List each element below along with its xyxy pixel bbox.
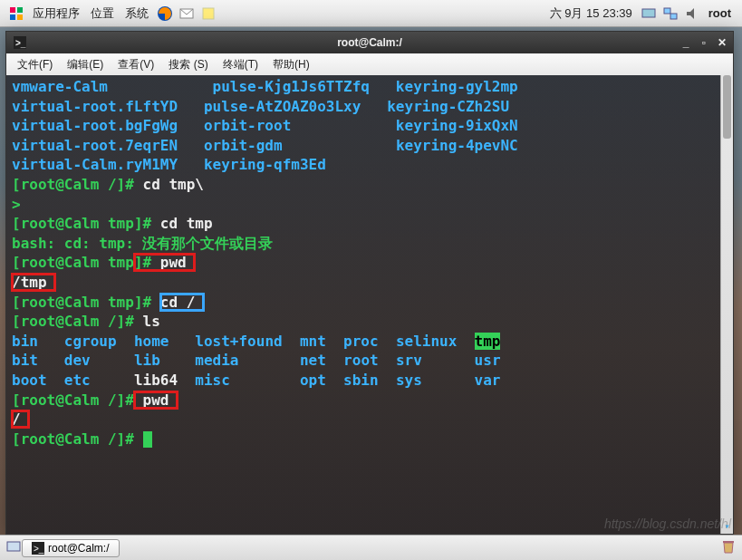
menu-help[interactable]: 帮助(H) xyxy=(265,57,317,72)
scrollbar-thumb[interactable] xyxy=(723,75,731,139)
error-output: bash: cd: tmp: 没有那个文件或目录 xyxy=(12,235,274,252)
svg-rect-3 xyxy=(17,14,23,20)
svg-text:>_: >_ xyxy=(34,544,44,554)
ls-entry: pulse-Kjg1Js6TTZfq xyxy=(213,78,370,95)
menu-system[interactable]: 系统 xyxy=(120,5,154,22)
ls-entry: pulse-AtZOAZ0o3Lxy xyxy=(204,98,361,115)
show-desktop-icon[interactable] xyxy=(5,538,22,557)
ls-entry: keyring-qfm3Ed xyxy=(204,156,326,173)
svg-rect-0 xyxy=(10,7,15,13)
menu-places[interactable]: 位置 xyxy=(85,5,120,22)
clock[interactable]: 六 9月 15 23:39 xyxy=(544,5,638,22)
svg-rect-2 xyxy=(10,14,15,20)
maximize-button[interactable]: ▫ xyxy=(699,36,709,49)
ls-entry: keyring-4pevNC xyxy=(396,137,518,154)
cmd: cd tmp xyxy=(160,215,213,232)
prompt: [root@Calm /]# xyxy=(12,391,134,409)
display-icon[interactable] xyxy=(640,5,658,23)
ls-entry: virtual-root.bgFgWg xyxy=(12,117,178,134)
ls-entry-highlight: tmp xyxy=(475,333,501,350)
prompt: [root@Calm /]# xyxy=(12,176,143,193)
annotation-box: / xyxy=(12,410,29,428)
svg-rect-7 xyxy=(642,9,655,17)
menu-view[interactable]: 查看(V) xyxy=(111,57,161,72)
svg-rect-12 xyxy=(7,542,20,551)
ls-entry: virtual-Calm.ryM1MY xyxy=(12,156,178,173)
svg-rect-9 xyxy=(670,14,677,19)
cmd: cd tmp\ xyxy=(143,176,204,193)
svg-rect-8 xyxy=(664,8,670,14)
menu-file[interactable]: 文件(F) xyxy=(10,57,60,72)
watermark: https://blog.csdn.net/hl xyxy=(604,517,731,531)
ls-entry: vmware-Calm xyxy=(12,78,108,95)
ls-entry: keyring-CZh2SU xyxy=(387,98,509,115)
top-panel: 应用程序 位置 系统 六 9月 15 23:39 root xyxy=(0,0,742,27)
ls-row: bit dev lib media net root srv usr xyxy=(12,351,728,371)
scrollbar[interactable]: ▾ xyxy=(720,75,733,534)
ls-entry: keyring-gyl2mp xyxy=(396,78,518,95)
menu-icon[interactable] xyxy=(7,5,25,23)
mail-icon[interactable] xyxy=(178,5,196,23)
svg-rect-15 xyxy=(723,541,734,543)
menu-terminal[interactable]: 终端(T) xyxy=(216,57,265,72)
bottom-taskbar: >_ root@Calm:/ xyxy=(0,535,742,560)
menu-applications[interactable]: 应用程序 xyxy=(27,5,85,22)
window-title: root@Calm:/ xyxy=(6,36,733,49)
close-button[interactable]: ✕ xyxy=(717,36,728,49)
prompt: [root@Calm /]# xyxy=(12,430,143,448)
cursor xyxy=(143,431,152,448)
prompt-cont: > xyxy=(12,196,21,213)
ls-entry: virtual-root.7eqrEN xyxy=(12,137,178,154)
taskbar-entry[interactable]: >_ root@Calm:/ xyxy=(22,539,120,557)
taskbar-entry-label: root@Calm:/ xyxy=(48,542,110,555)
sound-icon[interactable] xyxy=(683,5,701,23)
menu-edit[interactable]: 编辑(E) xyxy=(60,57,111,72)
terminal-body[interactable]: ▾ vmware-Calm pulse-Kjg1Js6TTZfq keyring… xyxy=(6,75,733,534)
notes-icon[interactable] xyxy=(199,5,217,23)
svg-rect-1 xyxy=(17,7,23,13)
menu-search[interactable]: 搜索 (S) xyxy=(161,57,215,72)
network-icon[interactable] xyxy=(661,5,679,23)
annotation-box: /tmp xyxy=(12,274,55,291)
prompt: [root@Calm /]# xyxy=(12,313,143,330)
user-label[interactable]: root xyxy=(703,6,737,20)
terminal-window: >_ root@Calm:/ _ ▫ ✕ 文件(F) 编辑(E) 查看(V) 搜… xyxy=(5,31,734,535)
ls-row: boot etc lib64 misc opt sbin sys var xyxy=(12,371,728,391)
ls-entry: orbit-gdm xyxy=(204,137,283,154)
prompt: [root@Calm tmp]# xyxy=(12,294,160,311)
ls-entry: keyring-9ixQxN xyxy=(396,117,518,134)
annotation-box: cd / xyxy=(160,294,204,311)
ls-entry: virtual-root.fLftYD xyxy=(12,98,178,115)
trash-icon[interactable] xyxy=(720,538,737,557)
svg-rect-6 xyxy=(203,8,214,19)
prompt: [root@Calm tmp xyxy=(12,254,134,271)
titlebar[interactable]: >_ root@Calm:/ _ ▫ ✕ xyxy=(6,32,733,53)
menubar: 文件(F) 编辑(E) 查看(V) 搜索 (S) 终端(T) 帮助(H) xyxy=(6,53,733,75)
cmd: ls xyxy=(143,313,160,330)
prompt: [root@Calm tmp]# xyxy=(12,215,160,232)
ls-entry: orbit-root xyxy=(204,117,291,134)
annotation-box: ]# pwd xyxy=(134,254,195,271)
ls-row: bin cgroup home lost+found mnt proc seli… xyxy=(12,332,728,352)
annotation-box: pwd xyxy=(134,391,178,409)
minimize-button[interactable]: _ xyxy=(680,36,691,49)
firefox-icon[interactable] xyxy=(156,5,174,23)
